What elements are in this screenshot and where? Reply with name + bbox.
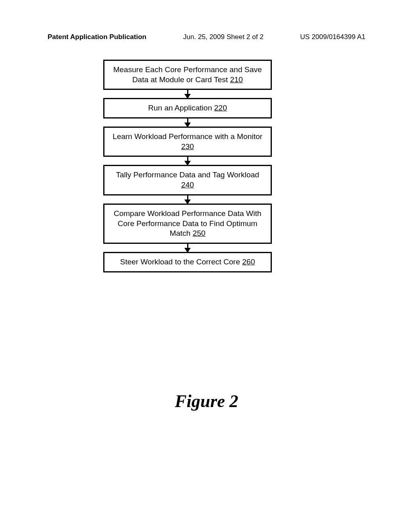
flowchart-box-210: Measure Each Core Performance and Save D… bbox=[103, 60, 272, 90]
flowchart-container: Measure Each Core Performance and Save D… bbox=[103, 60, 272, 272]
flowchart-box-250: Compare Workload Performance Data With C… bbox=[103, 204, 272, 244]
box-text: Compare Workload Performance Data With C… bbox=[114, 209, 261, 237]
figure-label: Figure 2 bbox=[0, 391, 413, 411]
flowchart-arrow-icon bbox=[187, 90, 188, 98]
page-header: Patent Application Publication Jun. 25, … bbox=[0, 33, 413, 41]
header-left-text: Patent Application Publication bbox=[48, 33, 146, 41]
box-ref: 240 bbox=[181, 181, 194, 189]
header-right-text: US 2009/0164399 A1 bbox=[300, 33, 365, 41]
box-text: Learn Workload Performance with a Monito… bbox=[113, 132, 262, 141]
box-ref: 210 bbox=[230, 75, 243, 84]
flowchart-arrow-icon bbox=[187, 195, 188, 204]
flowchart-box-220: Run an Application 220 bbox=[103, 98, 272, 118]
flowchart-box-230: Learn Workload Performance with a Monito… bbox=[103, 127, 272, 157]
box-text: Steer Workload to the Correct Core bbox=[120, 258, 242, 266]
header-mid-text: Jun. 25, 2009 Sheet 2 of 2 bbox=[183, 33, 263, 41]
flowchart-arrow-icon bbox=[187, 157, 188, 165]
flowchart-box-260: Steer Workload to the Correct Core 260 bbox=[103, 252, 272, 272]
box-ref: 250 bbox=[193, 229, 206, 237]
flowchart-arrow-icon bbox=[187, 118, 188, 127]
box-ref: 220 bbox=[214, 104, 227, 112]
flowchart-box-240: Tally Performance Data and Tag Workload … bbox=[103, 165, 272, 195]
box-text: Tally Performance Data and Tag Workload bbox=[116, 170, 259, 179]
flowchart-arrow-icon bbox=[187, 244, 188, 252]
box-ref: 230 bbox=[181, 142, 194, 151]
box-text: Run an Application bbox=[148, 104, 214, 112]
box-ref: 260 bbox=[242, 258, 255, 266]
